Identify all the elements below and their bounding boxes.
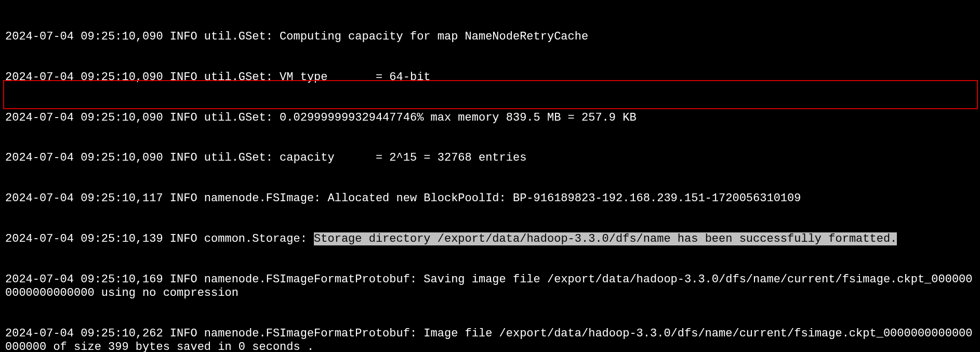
log-line: 2024-07-04 09:25:10,090 INFO util.GSet: … (5, 71, 975, 84)
log-line: 2024-07-04 09:25:10,117 INFO namenode.FS… (5, 192, 975, 205)
log-text: 2024-07-04 09:25:10,139 INFO common.Stor… (5, 232, 314, 245)
selected-text: Storage directory /export/data/hadoop-3.… (314, 232, 897, 245)
log-line-highlighted: 2024-07-04 09:25:10,139 INFO common.Stor… (5, 232, 975, 246)
log-line: 2024-07-04 09:25:10,262 INFO namenode.FS… (5, 327, 975, 352)
log-line: 2024-07-04 09:25:10,169 INFO namenode.FS… (5, 273, 975, 300)
log-line: 2024-07-04 09:25:10,090 INFO util.GSet: … (5, 111, 975, 125)
terminal-output[interactable]: 2024-07-04 09:25:10,090 INFO util.GSet: … (0, 0, 980, 352)
log-line: 2024-07-04 09:25:10,090 INFO util.GSet: … (5, 30, 975, 44)
log-line: 2024-07-04 09:25:10,090 INFO util.GSet: … (5, 151, 975, 165)
annotation-highlight-box (3, 80, 978, 109)
